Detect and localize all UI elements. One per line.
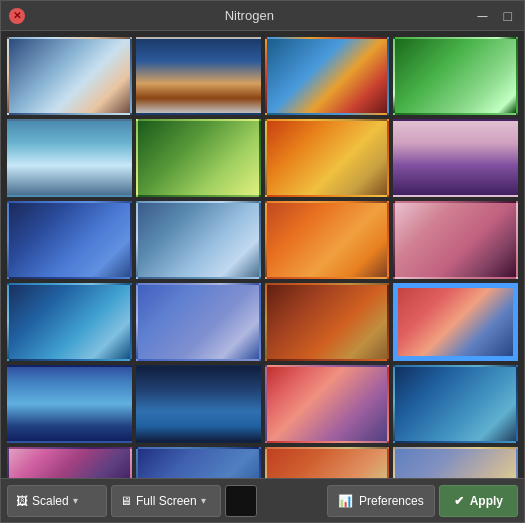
check-icon: ✔	[454, 494, 464, 508]
scaled-icon: 🖼	[16, 494, 28, 508]
toolbar: 🖼 Scaled ▾ 🖥 Full Screen ▾ 📊 Preferences…	[1, 478, 524, 522]
wallpaper-item[interactable]	[393, 201, 518, 279]
wallpaper-item[interactable]	[265, 365, 390, 443]
wallpaper-thumb	[138, 367, 259, 441]
apply-label: Apply	[470, 494, 503, 508]
fullscreen-dropdown[interactable]: 🖥 Full Screen ▾	[111, 485, 221, 517]
wallpaper-thumb	[395, 121, 516, 195]
wallpaper-thumb	[138, 285, 259, 359]
scaled-arrow-icon: ▾	[73, 495, 78, 506]
wallpaper-grid-area[interactable]	[1, 31, 524, 478]
titlebar-left: ✕	[9, 8, 25, 24]
wallpaper-thumb	[395, 203, 516, 277]
monitor-icon: 🖥	[120, 494, 132, 508]
preferences-label: Preferences	[359, 494, 424, 508]
wallpaper-item[interactable]	[136, 201, 261, 279]
close-button[interactable]: ✕	[9, 8, 25, 24]
wallpaper-grid	[7, 37, 518, 478]
close-icon: ✕	[13, 10, 21, 21]
wallpaper-item[interactable]	[7, 447, 132, 478]
wallpaper-thumb	[395, 367, 516, 441]
wallpaper-thumb	[267, 203, 388, 277]
preferences-button[interactable]: 📊 Preferences	[327, 485, 435, 517]
wallpaper-item[interactable]	[265, 447, 390, 478]
wallpaper-item[interactable]	[136, 119, 261, 197]
wallpaper-item[interactable]	[136, 447, 261, 478]
wallpaper-thumb	[267, 39, 388, 113]
color-swatch[interactable]	[225, 485, 257, 517]
wallpaper-thumb	[267, 449, 388, 478]
wallpaper-thumb	[9, 285, 130, 359]
wallpaper-thumb	[395, 449, 516, 478]
wallpaper-thumb	[9, 367, 130, 441]
wallpaper-item[interactable]	[7, 201, 132, 279]
wallpaper-item[interactable]	[7, 365, 132, 443]
wallpaper-thumb	[9, 121, 130, 195]
wallpaper-item[interactable]	[136, 283, 261, 361]
minimize-button[interactable]: ─	[474, 6, 492, 26]
scaled-label: Scaled	[32, 494, 69, 508]
wallpaper-item[interactable]	[136, 37, 261, 115]
wallpaper-item[interactable]	[265, 201, 390, 279]
wallpaper-item[interactable]	[265, 283, 390, 361]
wallpaper-item[interactable]	[393, 119, 518, 197]
wallpaper-item[interactable]	[7, 283, 132, 361]
wallpaper-thumb	[138, 39, 259, 113]
wallpaper-item[interactable]	[136, 365, 261, 443]
prefs-icon: 📊	[338, 494, 353, 508]
main-window: ✕ Nitrogen ─ □ 🖼 Scaled ▾ 🖥 Full Screen …	[0, 0, 525, 523]
wallpaper-thumb	[395, 39, 516, 113]
wallpaper-thumb	[267, 121, 388, 195]
wallpaper-item[interactable]	[393, 365, 518, 443]
window-title: Nitrogen	[225, 8, 274, 23]
wallpaper-item[interactable]	[393, 37, 518, 115]
wallpaper-thumb	[138, 203, 259, 277]
maximize-button[interactable]: □	[500, 6, 516, 26]
wallpaper-thumb	[9, 39, 130, 113]
wallpaper-thumb	[9, 449, 130, 478]
wallpaper-item[interactable]	[393, 283, 518, 361]
wallpaper-thumb	[138, 121, 259, 195]
wallpaper-item[interactable]	[393, 447, 518, 478]
wallpaper-item[interactable]	[7, 37, 132, 115]
wallpaper-thumb	[9, 203, 130, 277]
scaled-dropdown[interactable]: 🖼 Scaled ▾	[7, 485, 107, 517]
fullscreen-arrow-icon: ▾	[201, 495, 206, 506]
wallpaper-thumb	[267, 367, 388, 441]
wallpaper-thumb	[138, 449, 259, 478]
wallpaper-item[interactable]	[265, 119, 390, 197]
wallpaper-thumb	[395, 285, 516, 359]
titlebar: ✕ Nitrogen ─ □	[1, 1, 524, 31]
wallpaper-thumb	[267, 285, 388, 359]
apply-button[interactable]: ✔ Apply	[439, 485, 518, 517]
wallpaper-item[interactable]	[265, 37, 390, 115]
wallpaper-item[interactable]	[7, 119, 132, 197]
titlebar-controls: ─ □	[474, 6, 516, 26]
fullscreen-label: Full Screen	[136, 494, 197, 508]
